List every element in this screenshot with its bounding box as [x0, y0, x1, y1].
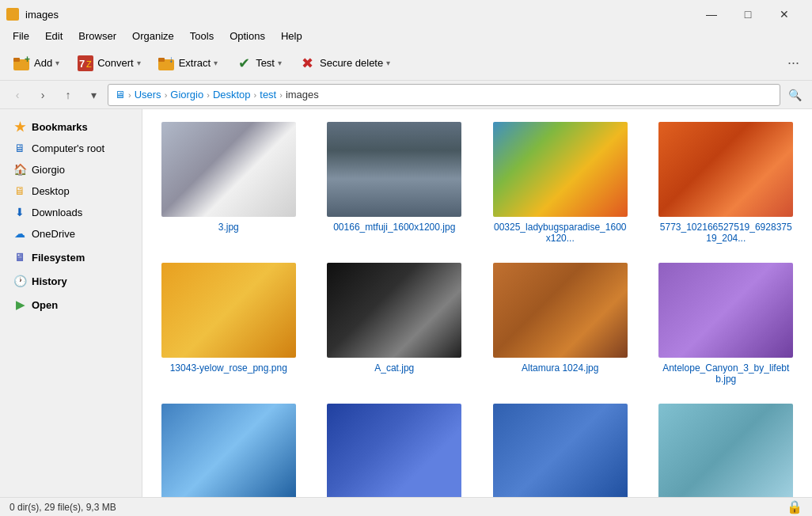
- test-label: Test: [256, 57, 275, 69]
- sidebar-downloads-label: Downloads: [32, 207, 82, 218]
- history-icon: 🕐: [13, 274, 27, 288]
- menu-tools[interactable]: Tools: [184, 28, 220, 44]
- close-button[interactable]: ✕: [766, 5, 803, 24]
- status-text: 0 dir(s), 29 file(s), 9,3 MB: [9, 502, 116, 513]
- file-item-9[interactable]: [149, 397, 309, 497]
- file-name-3: 00325_ladybugsparadise_1600x120...: [493, 222, 628, 244]
- file-item-12[interactable]: [647, 397, 806, 497]
- svg-text:7: 7: [79, 58, 85, 70]
- convert-label: Convert: [97, 57, 134, 69]
- minimize-button[interactable]: —: [693, 5, 730, 24]
- file-thumb-9: [161, 404, 296, 497]
- menu-edit[interactable]: Edit: [39, 28, 69, 44]
- file-item-5[interactable]: 13043-yelow_rose_png.png: [149, 256, 309, 391]
- sidebar-item-onedrive[interactable]: ☁ OneDrive: [3, 223, 138, 244]
- lock-icon: 🔒: [787, 499, 803, 514]
- file-item-8[interactable]: Antelope_Canyon_3_by_lifebtb.jpg: [647, 256, 806, 391]
- file-item-2[interactable]: 00166_mtfuji_1600x1200.jpg: [315, 116, 475, 250]
- file-item-6[interactable]: A_cat.jpg: [315, 256, 475, 391]
- app-icon: [6, 8, 19, 21]
- back-button[interactable]: ‹: [6, 84, 28, 106]
- secure-delete-dropdown-arrow[interactable]: ▾: [386, 59, 390, 67]
- cloud-icon: ☁: [13, 226, 27, 241]
- test-button[interactable]: ✔ Test ▾: [228, 50, 289, 77]
- file-thumb-6: [327, 263, 461, 358]
- file-item-4[interactable]: 5773_102166527519_692837519_204...: [647, 116, 806, 250]
- file-item-11[interactable]: [480, 397, 640, 497]
- test-dropdown-arrow[interactable]: ▾: [278, 59, 282, 67]
- file-item-7[interactable]: Altamura 1024.jpg: [480, 256, 640, 391]
- bookmarks-label: Bookmarks: [32, 121, 88, 133]
- breadcrumb-computer-icon[interactable]: 🖥: [115, 89, 125, 101]
- sidebar-item-computers-root[interactable]: 🖥 Computer's root: [3, 138, 138, 158]
- extract-button[interactable]: ↓ Extract ▾: [151, 50, 225, 77]
- history-label: History: [32, 275, 67, 287]
- filesystem-label: Filesystem: [32, 252, 85, 264]
- file-name-6: A_cat.jpg: [374, 362, 414, 374]
- breadcrumb-desktop[interactable]: Desktop: [213, 89, 251, 101]
- sidebar-item-giorgio[interactable]: 🏠 Giorgio: [3, 159, 138, 180]
- svg-text:↓: ↓: [169, 55, 173, 65]
- extract-dropdown-arrow[interactable]: ▾: [214, 59, 218, 67]
- sidebar-giorgio-label: Giorgio: [32, 164, 65, 176]
- add-icon: +: [13, 55, 31, 72]
- file-thumb-4: [658, 122, 793, 217]
- add-dropdown-arrow[interactable]: ▾: [55, 59, 59, 67]
- sidebar-item-desktop[interactable]: 🖥 Desktop: [3, 180, 138, 201]
- up-button[interactable]: ↑: [57, 84, 79, 106]
- file-thumb-12: [658, 404, 793, 497]
- file-thumb-3: [493, 122, 628, 217]
- file-thumb-8: [658, 263, 793, 358]
- download-icon: ⬇: [13, 205, 27, 219]
- file-item-3[interactable]: 00325_ladybugsparadise_1600x120...: [480, 116, 640, 250]
- breadcrumb-giorgio[interactable]: Giorgio: [170, 89, 203, 101]
- file-name-7: Altamura 1024.jpg: [522, 362, 598, 374]
- file-thumb-5: [161, 263, 296, 358]
- file-item-1[interactable]: 3.jpg: [149, 116, 309, 250]
- file-name-8: Antelope_Canyon_3_by_lifebtb.jpg: [658, 362, 793, 385]
- add-button[interactable]: + Add ▾: [6, 50, 66, 77]
- sidebar-item-open[interactable]: ▶ Open: [3, 294, 138, 315]
- breadcrumb-users[interactable]: Users: [135, 89, 161, 101]
- extract-icon: ↓: [158, 55, 176, 72]
- file-name-4: 5773_102166527519_692837519_204...: [658, 222, 793, 244]
- sidebar-item-downloads[interactable]: ⬇ Downloads: [3, 202, 138, 222]
- breadcrumb-test[interactable]: test: [260, 89, 276, 101]
- menu-browser[interactable]: Browser: [72, 28, 123, 44]
- file-thumb-1: [161, 122, 296, 217]
- status-bar: 0 dir(s), 29 file(s), 9,3 MB 🔒: [0, 497, 812, 516]
- menu-help[interactable]: Help: [275, 28, 309, 44]
- sidebar-computers-root-label: Computer's root: [32, 142, 104, 154]
- monitor-icon: 🖥: [13, 141, 27, 155]
- toolbar-more-button[interactable]: ···: [781, 51, 806, 74]
- toolbar: + Add ▾ 7 Z Convert ▾ ↓ Extract ▾ ✔: [0, 46, 812, 81]
- breadcrumb: 🖥 › Users › Giorgio › Desktop › test › i…: [108, 84, 780, 106]
- menu-options[interactable]: Options: [223, 28, 271, 44]
- convert-button[interactable]: 7 Z Convert ▾: [70, 50, 148, 77]
- bookmarks-section: ★ Bookmarks 🖥 Computer's root 🏠 Giorgio …: [0, 116, 142, 244]
- main-area: ★ Bookmarks 🖥 Computer's root 🏠 Giorgio …: [0, 109, 812, 497]
- address-bar: ‹ › ↑ ▾ 🖥 › Users › Giorgio › Desktop › …: [0, 81, 812, 109]
- convert-dropdown-arrow[interactable]: ▾: [137, 59, 141, 67]
- secure-delete-button[interactable]: ✖ Secure delete ▾: [292, 50, 397, 77]
- extract-label: Extract: [179, 57, 211, 69]
- secure-delete-label: Secure delete: [320, 57, 383, 69]
- bookmarks-header[interactable]: ★ Bookmarks: [3, 116, 138, 137]
- add-label: Add: [34, 57, 52, 69]
- forward-button[interactable]: ›: [32, 84, 54, 106]
- file-thumb-2: [327, 122, 461, 217]
- menu-file[interactable]: File: [6, 28, 36, 44]
- dropdown-button[interactable]: ▾: [82, 84, 104, 106]
- menu-organize[interactable]: Organize: [126, 28, 180, 44]
- file-item-10[interactable]: [315, 397, 475, 497]
- maximize-button[interactable]: □: [730, 5, 766, 24]
- search-button[interactable]: 🔍: [784, 84, 806, 106]
- sidebar-item-history[interactable]: 🕐 History: [3, 271, 138, 291]
- breadcrumb-current: images: [286, 89, 319, 101]
- file-name-2: 00166_mtfuji_1600x1200.jpg: [333, 222, 455, 233]
- sidebar-item-filesystem[interactable]: 🖥 Filesystem: [3, 247, 138, 267]
- svg-rect-7: [158, 58, 165, 62]
- sidebar-desktop-label: Desktop: [32, 185, 70, 197]
- filesystem-icon: 🖥: [13, 250, 27, 264]
- test-icon: ✔: [235, 55, 252, 72]
